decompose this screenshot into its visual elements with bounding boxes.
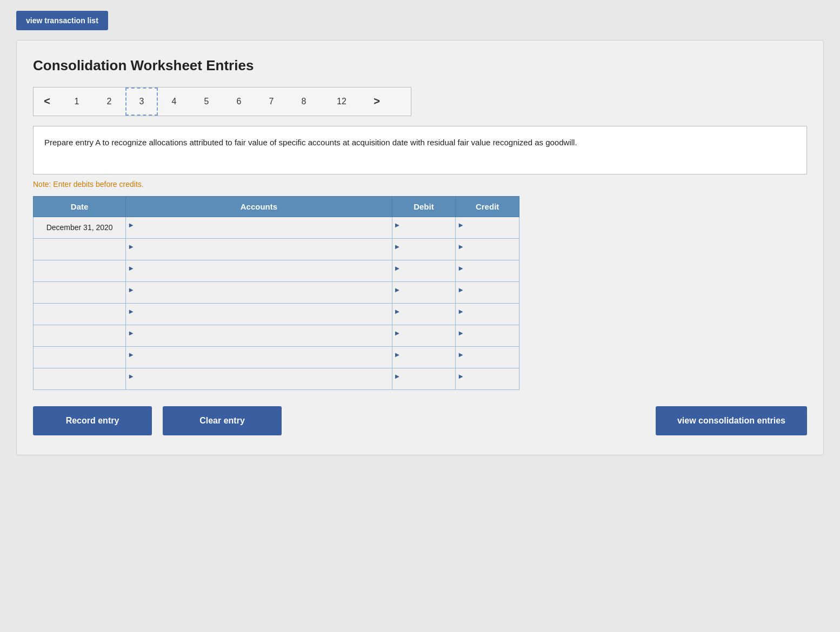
pagination-item-2[interactable]: 2 <box>93 88 125 116</box>
date-cell-7 <box>34 346 126 368</box>
debit-input-4[interactable] <box>401 282 455 297</box>
debit-arrow-8: ► <box>392 368 401 380</box>
accounts-input-4[interactable] <box>135 282 391 297</box>
table-row: ► ► ► <box>34 238 519 260</box>
credit-input-8[interactable] <box>464 368 519 384</box>
credit-arrow-7: ► <box>456 347 464 359</box>
date-cell-5 <box>34 303 126 325</box>
card-title: Consolidation Worksheet Entries <box>33 57 807 75</box>
credit-cell-7: ► <box>456 346 519 368</box>
accounts-input-5[interactable] <box>135 304 391 319</box>
debit-cell-8: ► <box>392 368 456 389</box>
pagination: < 1 2 3 4 5 6 7 8 12 > <box>33 87 411 116</box>
credit-input-3[interactable] <box>464 260 519 275</box>
bottom-buttons: Record entry Clear entry view consolidat… <box>33 406 807 435</box>
credit-arrow-4: ► <box>456 282 464 294</box>
debit-input-6[interactable] <box>401 325 455 340</box>
debit-arrow-5: ► <box>392 304 401 315</box>
view-consolidation-button[interactable]: view consolidation entries <box>656 406 807 435</box>
accounts-arrow-4: ► <box>126 282 135 294</box>
debit-input-1[interactable] <box>401 217 455 232</box>
table-row: ► ► ► <box>34 325 519 346</box>
accounts-cell-4: ► <box>126 281 392 303</box>
debit-input-2[interactable] <box>401 239 455 254</box>
table-header-date: Date <box>34 196 126 217</box>
date-cell-4 <box>34 281 126 303</box>
accounts-input-2[interactable] <box>135 239 391 254</box>
debit-cell-3: ► <box>392 260 456 281</box>
accounts-cell-7: ► <box>126 346 392 368</box>
credit-input-2[interactable] <box>464 239 519 254</box>
debit-input-3[interactable] <box>401 260 455 275</box>
table-row: December 31, 2020 ► ► ► <box>34 217 519 238</box>
credit-input-7[interactable] <box>464 347 519 362</box>
pagination-item-8[interactable]: 8 <box>288 88 320 116</box>
debit-arrow-7: ► <box>392 347 401 359</box>
accounts-input-7[interactable] <box>135 347 391 362</box>
credit-cell-1: ► <box>456 217 519 238</box>
pagination-item-1[interactable]: 1 <box>61 88 93 116</box>
accounts-arrow-7: ► <box>126 347 135 359</box>
debit-cell-7: ► <box>392 346 456 368</box>
accounts-arrow-1: ► <box>126 217 135 229</box>
credit-arrow-6: ► <box>456 325 464 337</box>
debit-arrow-3: ► <box>392 260 401 272</box>
accounts-arrow-8: ► <box>126 368 135 380</box>
accounts-arrow-3: ► <box>126 260 135 272</box>
credit-input-1[interactable] <box>464 217 519 232</box>
debit-arrow-4: ► <box>392 282 401 294</box>
accounts-input-1[interactable] <box>135 217 391 232</box>
date-cell-2 <box>34 238 126 260</box>
accounts-input-8[interactable] <box>135 368 391 384</box>
pagination-item-5[interactable]: 5 <box>190 88 223 116</box>
pagination-item-4[interactable]: 4 <box>158 88 190 116</box>
credit-arrow-1: ► <box>456 217 464 229</box>
pagination-item-12[interactable]: 12 <box>320 88 363 116</box>
accounts-arrow-2: ► <box>126 239 135 251</box>
view-transaction-button[interactable]: view transaction list <box>16 11 108 30</box>
credit-arrow-3: ► <box>456 260 464 272</box>
table-row: ► ► ► <box>34 281 519 303</box>
accounts-cell-5: ► <box>126 303 392 325</box>
pagination-item-7[interactable]: 7 <box>255 88 288 116</box>
accounts-input-3[interactable] <box>135 260 391 275</box>
date-cell-6 <box>34 325 126 346</box>
date-cell-1: December 31, 2020 <box>34 217 126 238</box>
debit-input-7[interactable] <box>401 347 455 362</box>
journal-table: Date Accounts Debit Credit December 31, … <box>33 196 519 390</box>
table-header-credit: Credit <box>456 196 519 217</box>
accounts-input-6[interactable] <box>135 325 391 340</box>
credit-cell-2: ► <box>456 238 519 260</box>
table-row: ► ► ► <box>34 368 519 389</box>
debit-cell-5: ► <box>392 303 456 325</box>
pagination-prev[interactable]: < <box>34 88 61 116</box>
accounts-cell-2: ► <box>126 238 392 260</box>
description-box: Prepare entry A to recognize allocations… <box>33 126 807 174</box>
credit-input-4[interactable] <box>464 282 519 297</box>
top-bar: view transaction list <box>16 11 824 30</box>
accounts-arrow-6: ► <box>126 325 135 337</box>
credit-input-5[interactable] <box>464 304 519 319</box>
accounts-cell-8: ► <box>126 368 392 389</box>
debit-cell-2: ► <box>392 238 456 260</box>
pagination-next[interactable]: > <box>363 88 390 116</box>
debit-input-5[interactable] <box>401 304 455 319</box>
pagination-item-3[interactable]: 3 <box>125 88 158 116</box>
credit-arrow-8: ► <box>456 368 464 380</box>
credit-cell-5: ► <box>456 303 519 325</box>
accounts-cell-1: ► <box>126 217 392 238</box>
date-cell-3 <box>34 260 126 281</box>
debit-cell-1: ► <box>392 217 456 238</box>
credit-cell-3: ► <box>456 260 519 281</box>
accounts-arrow-5: ► <box>126 304 135 315</box>
record-entry-button[interactable]: Record entry <box>33 406 152 435</box>
debit-input-8[interactable] <box>401 368 455 384</box>
table-header-debit: Debit <box>392 196 456 217</box>
table-row: ► ► ► <box>34 260 519 281</box>
pagination-item-6[interactable]: 6 <box>223 88 255 116</box>
credit-input-6[interactable] <box>464 325 519 340</box>
accounts-cell-6: ► <box>126 325 392 346</box>
debit-arrow-1: ► <box>392 217 401 229</box>
clear-entry-button[interactable]: Clear entry <box>163 406 282 435</box>
table-row: ► ► ► <box>34 346 519 368</box>
